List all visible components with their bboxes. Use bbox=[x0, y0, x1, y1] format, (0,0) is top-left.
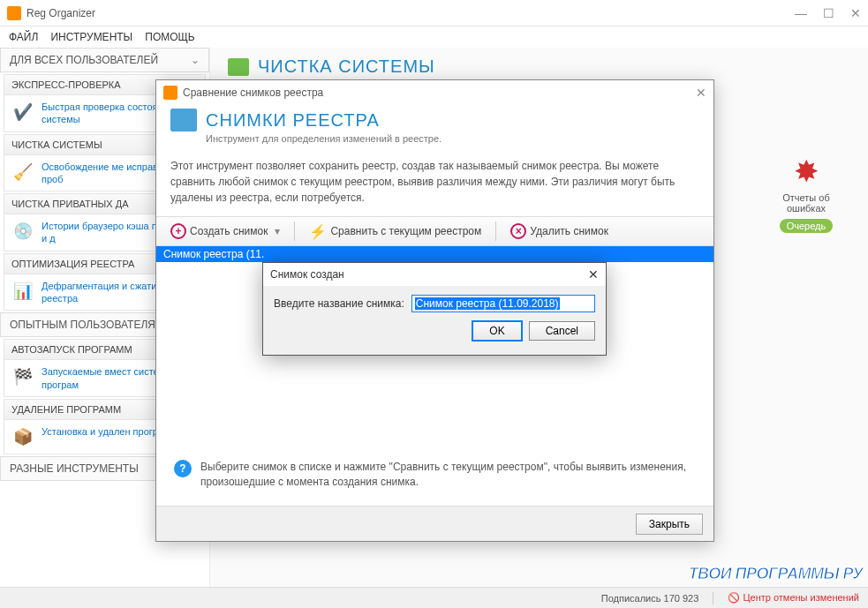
plus-icon: + bbox=[170, 223, 186, 239]
create-snapshot-button[interactable]: + Создать снимок ▾ bbox=[165, 221, 285, 242]
cancel-button[interactable]: Cancel bbox=[529, 321, 595, 341]
dialog-hint: ? Выберите снимок в списке и нажмите "Ср… bbox=[167, 453, 703, 497]
menubar: ФАЙЛ ИНСТРУМЕНТЫ ПОМОЩЬ bbox=[0, 26, 868, 48]
bolt-icon: ⚡ bbox=[309, 223, 327, 240]
snapshot-row-selected[interactable]: Снимок реестра (11. bbox=[156, 246, 713, 262]
dialog-subtitle: Инструмент для определения изменений в р… bbox=[206, 133, 699, 144]
sidebar-header-all-users[interactable]: ДЛЯ ВСЕХ ПОЛЬЗОВАТЕЛЕЙ ⌄ bbox=[0, 48, 209, 72]
dialog-description: Этот инструмент позволяет сохранить реес… bbox=[156, 154, 713, 216]
dialog-titlebar[interactable]: Сравнение снимков реестра ✕ bbox=[156, 80, 713, 105]
close-icon[interactable]: ✕ bbox=[696, 86, 706, 100]
menu-help[interactable]: ПОМОЩЬ bbox=[145, 31, 194, 43]
box-icon: 📦 bbox=[11, 425, 34, 448]
dialog-heading: СНИМКИ РЕЕСТРА bbox=[206, 110, 380, 131]
close-button[interactable]: ✕ bbox=[850, 6, 861, 20]
alert-icon: ✸ bbox=[771, 154, 842, 189]
app-icon bbox=[7, 6, 21, 20]
queue-badge[interactable]: Очередь bbox=[780, 219, 834, 233]
chevron-down-icon: ⌄ bbox=[191, 54, 200, 66]
app-title: Reg Organizer bbox=[26, 7, 795, 19]
delete-snapshot-button[interactable]: × Удалить снимок bbox=[505, 221, 614, 242]
info-icon: ? bbox=[174, 460, 192, 477]
dropdown-arrow-icon: ▾ bbox=[275, 225, 280, 237]
check-icon: ✔️ bbox=[11, 101, 34, 124]
ok-button[interactable]: OK bbox=[472, 321, 521, 341]
snapshot-name-input[interactable]: Снимок реестра (11.09.2018) bbox=[411, 295, 595, 312]
titlebar: Reg Organizer — ☐ ✕ bbox=[0, 0, 868, 26]
defrag-icon: 📊 bbox=[11, 280, 34, 303]
error-reports-panel[interactable]: ✸ Отчеты об ошибках Очередь bbox=[771, 154, 842, 233]
minimize-button[interactable]: — bbox=[795, 6, 807, 20]
camera-icon bbox=[170, 109, 197, 131]
flag-icon: 🏁 bbox=[11, 365, 34, 388]
name-snapshot-dialog: Снимок создан ✕ Введите название снимка:… bbox=[262, 262, 607, 356]
snapshot-list[interactable]: Снимок реестра (11. bbox=[156, 246, 713, 264]
statusbar: Подписались 170 923 🚫 Центр отмены измен… bbox=[0, 587, 868, 608]
x-icon: × bbox=[510, 223, 526, 239]
close-dialog-button[interactable]: Закрыть bbox=[636, 514, 703, 535]
name-label: Введите название снимка: bbox=[274, 297, 404, 310]
undo-center[interactable]: 🚫 Центр отмены изменений bbox=[728, 592, 859, 604]
dialog-toolbar: + Создать снимок ▾ ⚡ Сравнить с текущим … bbox=[156, 216, 713, 246]
broom-icon: 🧹 bbox=[11, 161, 34, 184]
disc-icon: 💿 bbox=[11, 220, 34, 243]
compare-button[interactable]: ⚡ Сравнить с текущим реестром bbox=[304, 221, 487, 243]
subscribers-count: Подписались 170 923 bbox=[601, 593, 699, 604]
close-icon[interactable]: ✕ bbox=[588, 267, 599, 281]
page-title: ЧИСТКА СИСТЕМЫ bbox=[228, 56, 850, 77]
maximize-button[interactable]: ☐ bbox=[823, 6, 834, 20]
menu-file[interactable]: ФАЙЛ bbox=[9, 31, 38, 43]
menu-tools[interactable]: ИНСТРУМЕНТЫ bbox=[50, 31, 132, 43]
clean-icon bbox=[228, 58, 249, 76]
app-icon bbox=[163, 86, 177, 100]
dialog2-titlebar[interactable]: Снимок создан ✕ bbox=[263, 263, 606, 286]
